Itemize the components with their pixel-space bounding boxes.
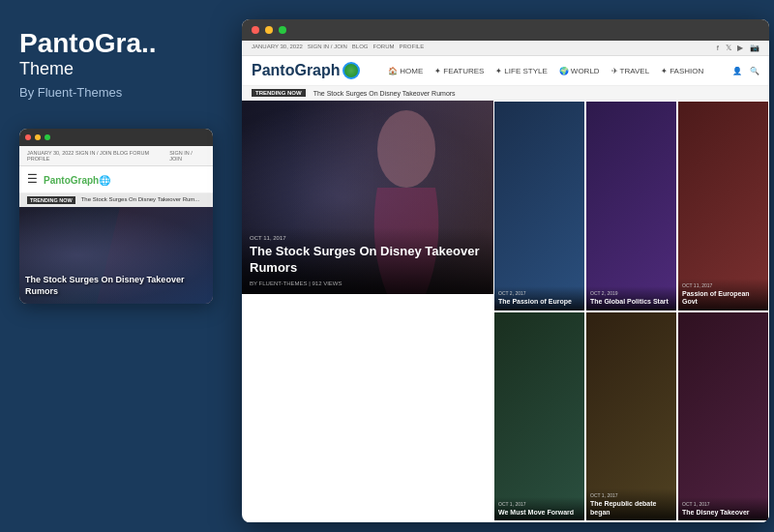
mobile-trending-label: TRENDING NOW <box>27 196 75 204</box>
mobile-meta-bar: JANUARY 30, 2022 SIGN IN / JOIN BLOG FOR… <box>19 146 213 166</box>
dot-yellow <box>35 134 41 140</box>
brand-title: PantoGra.. <box>19 29 203 59</box>
mobile-top-bar <box>19 129 213 146</box>
grid-title-3: We Must Move Forward <box>498 509 580 517</box>
grid-title-2: Passion of European Govt <box>682 290 764 307</box>
logo-globe-icon <box>342 62 360 79</box>
browser-dot-red[interactable] <box>252 26 259 34</box>
site-meta-bar: JANUARY 30, 2022 SIGN IN / JOIN BLOG FOR… <box>242 41 769 56</box>
mobile-mockup: JANUARY 30, 2022 SIGN IN / JOIN BLOG FOR… <box>19 129 213 304</box>
mobile-hero-title: The Stock Surges On Disney Takeover Rumo… <box>19 269 213 303</box>
nav-icons: 👤 🔍 <box>732 67 759 75</box>
trending-text: The Stock Surges On Disney Takeover Rumo… <box>313 90 456 97</box>
grid-date-5: OCT 1, 2017 <box>682 501 764 507</box>
grid-date-2: OCT 11, 2017 <box>682 282 764 288</box>
nav-features[interactable]: ✦ FEATURES <box>434 67 484 75</box>
site-logo: PantoGraph <box>252 62 360 79</box>
browser-dot-green[interactable] <box>279 26 286 34</box>
mobile-header: ☰ PantoGraph🌐 <box>19 166 213 193</box>
mobile-logo: PantoGraph🌐 <box>44 172 110 187</box>
nav-links: 🏠 HOME ✦ FEATURES ✦ LIFE STYLE 🌍 WORLD ✈… <box>388 67 703 75</box>
mobile-trending-text: The Stock Surges On Disney Takeover Rum.… <box>81 196 200 204</box>
nav-home[interactable]: 🏠 HOME <box>388 67 423 75</box>
nav-travel[interactable]: ✈ TRAVEL <box>611 67 650 75</box>
hero-title[interactable]: The Stock Surges On Disney Takeover Rumo… <box>250 244 486 277</box>
grid-title-5: The Disney Takeover <box>682 509 764 517</box>
nav-lifestyle[interactable]: ✦ LIFE STYLE <box>495 67 547 75</box>
grid-item-0[interactable]: OCT 2, 2017 The Passion of Europe <box>493 101 585 311</box>
grid-title-4: The Republic debate began <box>590 500 672 517</box>
nav-world[interactable]: 🌍 WORLD <box>559 67 600 75</box>
search-icon[interactable]: 🔍 <box>750 67 759 75</box>
grid-date-1: OCT 2, 2019 <box>590 290 672 296</box>
content-area: OCT 11, 2017 The Stock Surges On Disney … <box>242 101 769 521</box>
hero-section: OCT 11, 2017 The Stock Surges On Disney … <box>242 101 493 294</box>
mobile-trending-bar: TRENDING NOW The Stock Surges On Disney … <box>19 193 213 207</box>
article-grid: OCT 2, 2017 The Passion of Europe OCT 2,… <box>493 101 769 521</box>
grid-item-4[interactable]: OCT 1, 2017 The Republic debate began <box>585 311 677 522</box>
svg-point-0 <box>377 110 435 188</box>
hamburger-icon[interactable]: ☰ <box>27 172 38 186</box>
grid-item-1[interactable]: OCT 2, 2019 The Global Politics Start <box>585 101 677 311</box>
site-nav: PantoGraph 🏠 HOME ✦ FEATURES ✦ LIFE STYL… <box>242 56 769 86</box>
hero-byline: BY FLUENT-THEMES | 912 VIEWS <box>250 281 486 286</box>
grid-date-0: OCT 2, 2017 <box>498 290 580 296</box>
dot-red <box>25 134 31 140</box>
browser-mockup: JANUARY 30, 2022 SIGN IN / JOIN BLOG FOR… <box>242 19 769 522</box>
meta-social-icons: f 𝕏 ▶ 📷 <box>717 44 759 52</box>
nav-fashion[interactable]: ✦ FASHION <box>661 67 703 75</box>
trending-bar: TRENDING NOW The Stock Surges On Disney … <box>242 86 769 101</box>
grid-item-2[interactable]: OCT 11, 2017 Passion of European Govt <box>677 101 769 311</box>
mobile-signin[interactable]: SIGN IN / JOIN <box>169 150 205 162</box>
grid-date-3: OCT 1, 2017 <box>498 501 580 507</box>
browser-dot-yellow[interactable] <box>265 26 273 34</box>
trending-label: TRENDING NOW <box>252 89 306 97</box>
mobile-date: JANUARY 30, 2022 SIGN IN / JOIN BLOG FOR… <box>27 150 169 162</box>
meta-left: JANUARY 30, 2022 SIGN IN / JOIN BLOG FOR… <box>252 44 424 52</box>
grid-date-4: OCT 1, 2017 <box>590 492 672 498</box>
brand-by: By Fluent-Themes <box>19 85 203 100</box>
grid-item-5[interactable]: OCT 1, 2017 The Disney Takeover <box>677 311 769 522</box>
mobile-hero-image: The Stock Surges On Disney Takeover Rumo… <box>19 207 213 304</box>
brand-subtitle: Theme <box>19 59 203 79</box>
left-panel: PantoGra.. Theme By Fluent-Themes JANUAR… <box>0 0 223 532</box>
grid-title-0: The Passion of Europe <box>498 298 580 306</box>
lower-section: $$$ 300 X 250 ADVERTISE WITH US PURCHASE… <box>242 521 769 522</box>
hero-date: OCT 11, 2017 <box>250 235 486 241</box>
dot-green <box>45 134 50 140</box>
user-icon[interactable]: 👤 <box>732 67 742 75</box>
grid-item-3[interactable]: OCT 1, 2017 We Must Move Forward <box>493 311 585 522</box>
hero-content: OCT 11, 2017 The Stock Surges On Disney … <box>242 227 493 294</box>
grid-title-1: The Global Politics Start <box>590 298 672 306</box>
browser-top-bar <box>242 19 769 41</box>
